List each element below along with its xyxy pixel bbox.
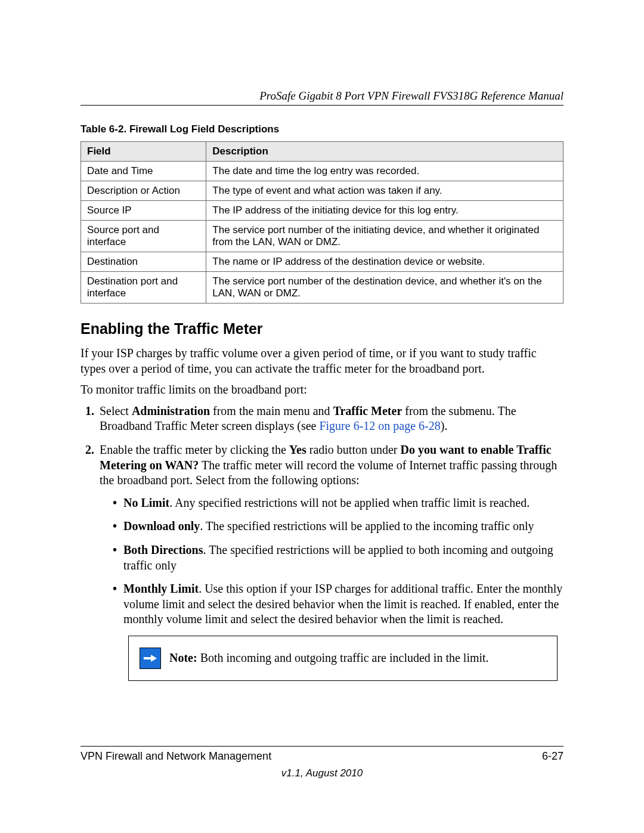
intro-paragraph: If your ISP charges by traffic volume ov… [80, 346, 564, 376]
note-box: Note: Both incoming and outgoing traffic… [128, 636, 558, 681]
header-rule [80, 105, 564, 106]
cell-desc: The date and time the log entry was reco… [206, 162, 564, 181]
table-row: Source IP The IP address of the initiati… [81, 201, 564, 221]
page-footer: VPN Firewall and Network Management 6-27… [80, 746, 564, 779]
options-list: No Limit. Any specified restrictions wil… [100, 496, 564, 627]
cell-field: Source port and interface [81, 221, 206, 252]
cell-desc: The service port number of the destinati… [206, 272, 564, 304]
lead-paragraph: To monitor traffic limits on the broadba… [80, 382, 564, 398]
table-caption: Table 6-2. Firewall Log Field Descriptio… [80, 123, 564, 135]
cell-desc: The IP address of the initiating device … [206, 201, 564, 221]
bold-text: No Limit [123, 496, 169, 509]
footer-page-number: 6-27 [542, 750, 564, 763]
cell-field: Source IP [81, 201, 206, 221]
text: from the main menu and [210, 404, 333, 417]
step-1: Select Administration from the main menu… [97, 404, 564, 434]
cell-field: Date and Time [81, 162, 206, 181]
text: Enable the traffic meter by clicking the [100, 443, 289, 456]
footer-chapter: VPN Firewall and Network Management [80, 750, 271, 763]
text: ). [441, 419, 448, 432]
firewall-log-table: Field Description Date and Time The date… [80, 141, 564, 304]
cell-field: Destination port and interface [81, 272, 206, 304]
cell-field: Destination [81, 252, 206, 272]
list-item: Download only. The specified restriction… [113, 519, 564, 534]
table-row: Description or Action The type of event … [81, 181, 564, 201]
step-2: Enable the traffic meter by clicking the… [97, 442, 564, 681]
cross-reference-link[interactable]: Figure 6-12 on page 6-28 [319, 419, 440, 432]
bold-text: Yes [289, 443, 306, 456]
table-row: Date and Time The date and time the log … [81, 162, 564, 181]
list-item: No Limit. Any specified restrictions wil… [113, 496, 564, 511]
table-row: Destination The name or IP address of th… [81, 252, 564, 272]
text: Select [100, 404, 132, 417]
steps-list: Select Administration from the main menu… [80, 404, 564, 681]
section-heading: Enabling the Traffic Meter [80, 320, 564, 337]
cell-desc: The type of event and what action was ta… [206, 181, 564, 201]
bold-text: Traffic Meter [333, 404, 402, 417]
bold-text: Download only [123, 519, 200, 532]
footer-version: v1.1, August 2010 [80, 767, 564, 779]
cell-desc: The service port number of the initiatin… [206, 221, 564, 252]
arrow-right-icon [140, 648, 161, 669]
bold-text: Administration [132, 404, 210, 417]
bold-text: Monthly Limit [123, 582, 199, 595]
th-description: Description [206, 142, 564, 162]
bold-text: Both Directions [123, 543, 203, 556]
text: radio button under [306, 443, 401, 456]
running-head: ProSafe Gigabit 8 Port VPN Firewall FVS3… [80, 89, 564, 103]
document-page: ProSafe Gigabit 8 Port VPN Firewall FVS3… [0, 0, 644, 833]
text: . The specified restrictions will be app… [200, 519, 534, 532]
text: Both incoming and outgoing traffic are i… [197, 651, 489, 664]
list-item: Monthly Limit. Use this option if your I… [113, 581, 564, 627]
text: . Any specified restrictions will not be… [169, 496, 530, 509]
note-text: Note: Both incoming and outgoing traffic… [169, 651, 489, 666]
table-row: Source port and interface The service po… [81, 221, 564, 252]
list-item: Both Directions. The specified restricti… [113, 543, 564, 573]
cell-field: Description or Action [81, 181, 206, 201]
table-header-row: Field Description [81, 142, 564, 162]
note-label: Note: [169, 651, 197, 664]
table-row: Destination port and interface The servi… [81, 272, 564, 304]
cell-desc: The name or IP address of the destinatio… [206, 252, 564, 272]
th-field: Field [81, 142, 206, 162]
footer-rule [80, 746, 564, 747]
